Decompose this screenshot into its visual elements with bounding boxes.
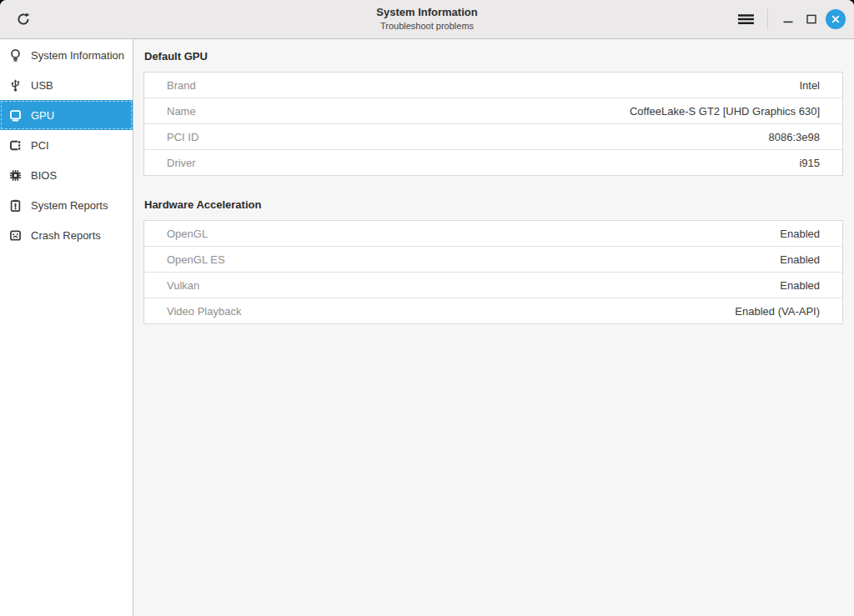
sidebar-item-system-reports[interactable]: System Reports <box>0 190 133 220</box>
pci-card-icon <box>8 138 23 153</box>
refresh-icon <box>16 12 31 27</box>
row-value: Enabled <box>780 253 820 266</box>
table-row: NameCoffeeLake-S GT2 [UHD Graphics 630] <box>144 98 842 124</box>
lightbulb-icon <box>8 48 23 63</box>
close-circle <box>826 9 846 29</box>
titlebar-controls <box>732 6 854 33</box>
row-value: Intel <box>799 79 820 92</box>
sidebar-item-pci[interactable]: PCI <box>0 130 133 160</box>
sidebar-item-system-information[interactable]: System Information <box>0 40 133 70</box>
sidebar-item-crash-reports[interactable]: Crash Reports <box>0 220 133 250</box>
sidebar-item-bios[interactable]: BIOS <box>0 160 133 190</box>
row-label: PCI ID <box>167 131 198 143</box>
sidebar-item-label: PCI <box>31 139 49 152</box>
sidebar-item-usb[interactable]: USB <box>0 70 133 100</box>
row-value: CoffeeLake-S GT2 [UHD Graphics 630] <box>630 105 820 118</box>
row-label: Video Playback <box>167 305 241 318</box>
content: Default GPUBrandIntelNameCoffeeLake-S GT… <box>133 39 854 616</box>
maximize-button[interactable] <box>800 6 823 33</box>
info-table: BrandIntelNameCoffeeLake-S GT2 [UHD Grap… <box>143 72 843 176</box>
window-subtitle: Troubleshoot problems <box>376 21 477 32</box>
chip-icon <box>8 168 23 183</box>
row-label: Vulkan <box>167 279 199 292</box>
sidebar: System InformationUSBGPUPCIBIOSSystem Re… <box>0 39 133 616</box>
close-button[interactable] <box>823 7 848 32</box>
table-row: VulkanEnabled <box>144 273 842 298</box>
table-row: OpenGL ESEnabled <box>144 247 842 273</box>
row-label: Brand <box>167 79 196 92</box>
crash-face-icon <box>8 228 23 243</box>
table-row: OpenGLEnabled <box>144 221 842 247</box>
row-label: Driver <box>167 157 196 169</box>
title-block: System Information Troubleshoot problems <box>376 7 477 32</box>
sidebar-item-label: USB <box>31 79 53 92</box>
maximize-icon <box>806 14 816 24</box>
titlebar: System Information Troubleshoot problems <box>0 0 854 39</box>
row-value: Enabled <box>780 228 820 240</box>
sidebar-item-gpu[interactable]: GPU <box>0 100 133 130</box>
table-row: BrandIntel <box>144 73 842 98</box>
titlebar-separator <box>767 8 768 30</box>
sidebar-item-label: System Reports <box>31 199 108 212</box>
minimize-icon <box>783 14 793 24</box>
row-label: OpenGL <box>167 228 208 240</box>
section-heading: Hardware Acceleration <box>144 198 843 211</box>
sidebar-item-label: BIOS <box>31 169 57 182</box>
table-row: Video PlaybackEnabled (VA-API) <box>144 298 842 323</box>
window-title: System Information <box>376 7 477 19</box>
row-value: Enabled <box>780 279 820 292</box>
refresh-button[interactable] <box>10 6 37 33</box>
table-row: Driveri915 <box>144 150 842 175</box>
row-label: Name <box>167 105 196 118</box>
sidebar-item-label: Crash Reports <box>31 229 101 242</box>
close-icon <box>831 14 841 24</box>
monitor-icon <box>8 108 23 123</box>
table-row: PCI ID8086:3e98 <box>144 124 842 150</box>
clipboard-icon <box>8 198 23 213</box>
app-window: System Information Troubleshoot problems… <box>0 0 854 616</box>
sidebar-item-label: System Information <box>31 49 124 62</box>
info-table: OpenGLEnabledOpenGL ESEnabledVulkanEnabl… <box>143 220 843 324</box>
row-value: 8086:3e98 <box>769 131 820 143</box>
menu-button[interactable] <box>732 6 759 33</box>
section-heading: Default GPU <box>144 50 843 63</box>
usb-icon <box>8 78 23 93</box>
row-label: OpenGL ES <box>167 253 225 266</box>
minimize-button[interactable] <box>776 6 800 33</box>
app-body: System InformationUSBGPUPCIBIOSSystem Re… <box>0 39 854 616</box>
row-value: Enabled (VA-API) <box>735 305 820 318</box>
hamburger-menu-icon <box>737 13 755 26</box>
sidebar-item-label: GPU <box>31 109 54 122</box>
row-value: i915 <box>799 157 820 169</box>
